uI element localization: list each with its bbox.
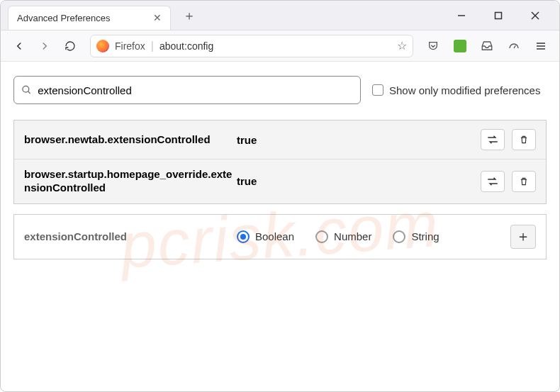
radio-icon [393, 230, 405, 243]
close-tab-icon[interactable]: ✕ [153, 12, 162, 23]
add-pref-button[interactable]: ＋ [510, 225, 536, 249]
browser-tab[interactable]: Advanced Preferences ✕ [8, 6, 171, 30]
pref-name: browser.startup.homepage_override.extens… [24, 168, 237, 195]
inbox-icon[interactable] [476, 35, 498, 57]
search-box[interactable] [13, 76, 361, 104]
show-modified-checkbox[interactable]: Show only modified preferences [372, 84, 540, 96]
svg-line-8 [28, 91, 30, 94]
type-label: Number [334, 230, 371, 242]
pocket-icon[interactable] [422, 35, 444, 57]
gauge-icon[interactable] [503, 35, 525, 57]
new-tab-button[interactable]: ＋ [179, 6, 199, 26]
extension-icon[interactable] [449, 35, 471, 57]
content: Show only modified preferences browser.n… [1, 62, 559, 274]
maximize-button[interactable] [483, 4, 514, 27]
type-number-option[interactable]: Number [315, 230, 371, 243]
svg-point-7 [23, 86, 29, 92]
urlbar-separator: | [151, 40, 154, 52]
urlbar-label: Firefox [115, 40, 145, 52]
url-bar[interactable]: Firefox | about:config ☆ [90, 35, 413, 57]
svg-rect-1 [495, 12, 502, 18]
tab-title: Advanced Preferences [17, 13, 111, 23]
new-pref-row: extensionControlled Boolean Number Strin… [13, 214, 547, 259]
search-input[interactable] [38, 84, 353, 96]
toolbar: Firefox | about:config ☆ [1, 30, 559, 62]
firefox-icon [96, 40, 109, 52]
pref-value: true [237, 134, 481, 146]
search-icon [21, 84, 32, 96]
urlbar-path: about:config [159, 40, 391, 52]
preferences-list: browser.newtab.extensionControlled true … [13, 120, 547, 204]
pref-value: true [237, 175, 481, 187]
delete-button[interactable] [512, 171, 536, 192]
close-window-button[interactable] [520, 4, 551, 27]
pref-name: browser.newtab.extensionControlled [24, 133, 237, 147]
type-boolean-option[interactable]: Boolean [237, 230, 294, 243]
radio-icon [315, 230, 328, 243]
delete-button[interactable] [512, 129, 536, 150]
pref-row[interactable]: browser.startup.homepage_override.extens… [14, 159, 546, 203]
window-controls [446, 4, 551, 27]
radio-selected-icon [237, 230, 250, 243]
type-label: String [411, 230, 439, 242]
checkbox-icon[interactable] [372, 84, 383, 96]
minimize-button[interactable] [446, 4, 477, 27]
toggle-button[interactable] [481, 129, 505, 150]
pref-row[interactable]: browser.newtab.extensionControlled true [14, 121, 546, 159]
reload-button[interactable] [59, 35, 82, 57]
menu-button[interactable] [530, 35, 552, 57]
bookmark-star-icon[interactable]: ☆ [397, 39, 407, 52]
new-pref-name: extensionControlled [24, 230, 237, 242]
forward-button[interactable] [33, 35, 56, 57]
type-label: Boolean [255, 230, 294, 242]
toggle-button[interactable] [481, 171, 505, 192]
show-modified-label: Show only modified preferences [389, 84, 540, 96]
type-string-option[interactable]: String [393, 230, 439, 243]
back-button[interactable] [8, 35, 30, 57]
titlebar: Advanced Preferences ✕ ＋ [1, 1, 559, 30]
